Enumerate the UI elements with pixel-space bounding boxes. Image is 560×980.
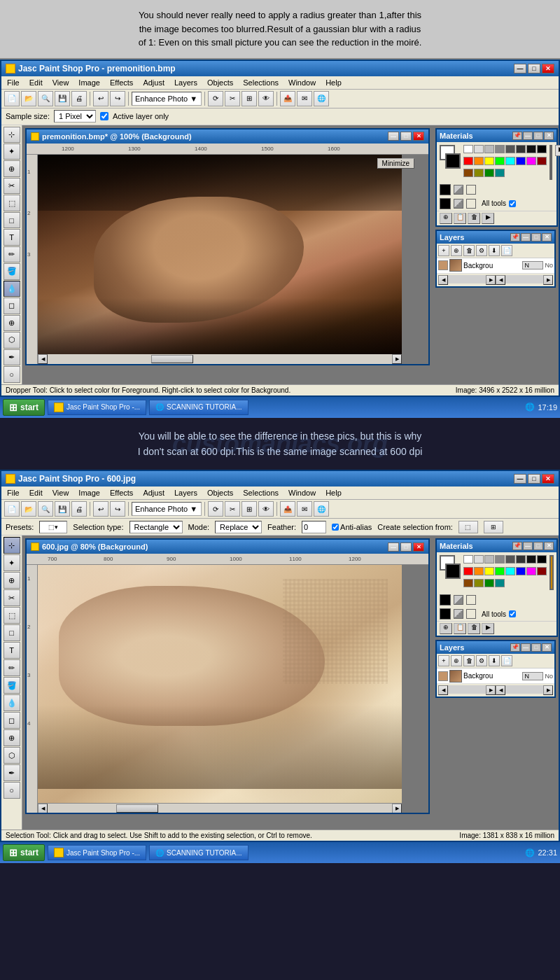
merge-btn-1[interactable]: ⬇ (489, 245, 500, 256)
swatch[interactable] (526, 145, 536, 153)
win-controls-1[interactable]: — □ ✕ (514, 64, 554, 74)
pattern-btn-3[interactable] (454, 595, 463, 605)
mat-tool-2[interactable]: 📋 (454, 213, 466, 224)
crop-btn-2[interactable]: ✂ (225, 501, 240, 517)
menu-effects-1[interactable]: Effects (106, 77, 137, 88)
pattern-btn-1[interactable] (454, 185, 463, 195)
swatch2[interactable] (474, 555, 484, 564)
fg-bg-colors-2[interactable] (440, 555, 461, 590)
mat-pin-btn-1[interactable]: 📌 (512, 132, 522, 140)
menu-selections-2[interactable]: Selections (239, 487, 283, 498)
menu-adjust-2[interactable]: Adjust (139, 487, 169, 498)
black-swatch-1[interactable] (440, 184, 451, 195)
swatch[interactable] (474, 145, 484, 153)
active-layer-checkbox[interactable] (100, 112, 108, 120)
layers-scroll-left-1[interactable]: ◀ (438, 275, 448, 285)
swatch[interactable] (484, 157, 494, 165)
sample-size-select[interactable]: 1 Pixel (54, 110, 96, 122)
crop-btn[interactable]: ✂ (225, 91, 240, 106)
layers-scroll-right-6[interactable]: ▶ (543, 685, 553, 695)
scroll-right-btn-2[interactable]: ▶ (392, 804, 402, 813)
swatch[interactable] (516, 157, 526, 165)
layers-scrollbar-2[interactable] (505, 275, 543, 284)
swatch2[interactable] (526, 567, 536, 575)
swatch2[interactable] (526, 555, 536, 564)
swatch2[interactable] (474, 567, 484, 575)
taskbar-tutorial-btn-1[interactable]: 🌐 SCANNING TUTORIA... (149, 400, 248, 415)
start-button-1[interactable]: ⊞ start (3, 399, 45, 416)
save-btn[interactable]: 💾 (55, 91, 70, 106)
layer-visibility-2[interactable] (438, 671, 448, 681)
enhance-photo-dropdown-2[interactable]: Enhance Photo ▼ (132, 502, 202, 516)
inner-close-2[interactable]: ✕ (413, 542, 424, 552)
swatch[interactable] (474, 157, 484, 165)
scroll-right-btn-1[interactable]: ▶ (392, 354, 402, 364)
mat-tool-1[interactable]: ⊕ (440, 213, 452, 224)
transparent-btn-3[interactable] (466, 595, 476, 605)
lay-max-btn-1[interactable]: □ (531, 233, 541, 241)
mat-tool-5[interactable]: ⊕ (440, 623, 452, 634)
tool-smudge[interactable]: ✒ (4, 349, 20, 365)
menu-view-1[interactable]: View (48, 77, 74, 88)
sel-type-select[interactable]: Rectangle Ellipse (130, 521, 183, 533)
lay-close-btn-1[interactable]: ✕ (542, 233, 552, 241)
accent-color-2[interactable] (550, 555, 554, 590)
scroll-left-btn-1[interactable]: ◀ (38, 354, 48, 364)
menu-edit-1[interactable]: Edit (25, 77, 47, 88)
scroll-thumb-h-1[interactable] (151, 355, 193, 363)
delete-layer-btn-1[interactable]: 🗑 (463, 245, 475, 256)
mat-tool-3[interactable]: 🗑 (468, 213, 480, 224)
layers-scrollbar-1[interactable] (448, 275, 486, 284)
minimize-btn-2[interactable]: — (514, 474, 526, 484)
inner-minimize-2[interactable]: — (388, 542, 399, 552)
lay-pin-btn-1[interactable]: 📌 (510, 233, 520, 241)
swatch2[interactable] (463, 555, 473, 564)
swatch2[interactable] (495, 567, 505, 575)
maximize-btn-1[interactable]: □ (528, 64, 540, 74)
tool-dropper[interactable]: 💧 (4, 281, 20, 297)
mat-close-btn-2[interactable]: ✕ (544, 542, 554, 550)
taskbar-psp-btn-1[interactable]: Jasc Paint Shop Pro -... (48, 400, 146, 415)
tool-crop-2[interactable]: ✂ (4, 589, 20, 606)
mat-tool-7[interactable]: 🗑 (468, 623, 480, 634)
enhance-photo-dropdown-1[interactable]: Enhance Photo ▼ (132, 92, 202, 106)
swatch[interactable] (505, 145, 515, 153)
tool-crop[interactable]: ✂ (4, 178, 20, 194)
scrollbar-h-1[interactable]: ◀ ▶ (38, 354, 402, 364)
inner-minimize-1[interactable]: — (388, 132, 399, 141)
tool-selection-2[interactable]: ⊹ (4, 537, 20, 554)
share-btn-2[interactable]: 📤 (280, 501, 295, 517)
mat-tool-6[interactable]: 📋 (454, 623, 466, 634)
layer-blend-2[interactable]: N (522, 672, 543, 680)
tool-paint[interactable]: ✏ (4, 246, 20, 262)
tool-shape[interactable]: □ (4, 212, 20, 228)
open-btn[interactable]: 📂 (21, 91, 36, 106)
layers-controls-2[interactable]: 📌 — □ ✕ (510, 643, 552, 652)
tool-fill[interactable]: 🪣 (4, 263, 20, 279)
new-layer-btn-2[interactable]: + (438, 655, 449, 666)
swatch[interactable] (463, 169, 473, 177)
menu-window-2[interactable]: Window (284, 487, 320, 498)
swatch2[interactable] (463, 579, 473, 587)
menu-layers-1[interactable]: Layers (170, 77, 202, 88)
tool-text[interactable]: T (4, 229, 20, 245)
accent-color-1[interactable] (550, 145, 552, 180)
layer-visibility-1[interactable] (438, 260, 448, 270)
share-btn[interactable]: 📤 (280, 91, 295, 106)
fg-bg-colors-1[interactable] (440, 145, 461, 180)
swatch2[interactable] (537, 567, 547, 575)
menu-adjust-1[interactable]: Adjust (139, 77, 169, 88)
minimize-btn-1[interactable]: — (514, 64, 526, 74)
all-tools-checkbox-2[interactable] (509, 610, 516, 617)
redo-btn[interactable]: ↪ (110, 91, 125, 106)
swatch[interactable] (526, 157, 536, 165)
menu-image-1[interactable]: Image (74, 77, 104, 88)
swatch2[interactable] (495, 579, 505, 587)
scroll-track-h-2[interactable] (48, 804, 392, 813)
layers-scrollbar-3[interactable] (448, 685, 486, 694)
mat-min-btn-2[interactable]: — (523, 542, 533, 550)
new-layer-btn-1[interactable]: + (438, 245, 449, 256)
maximize-btn-2[interactable]: □ (528, 474, 540, 484)
swatch[interactable] (505, 157, 515, 165)
feather-input[interactable] (302, 521, 326, 533)
